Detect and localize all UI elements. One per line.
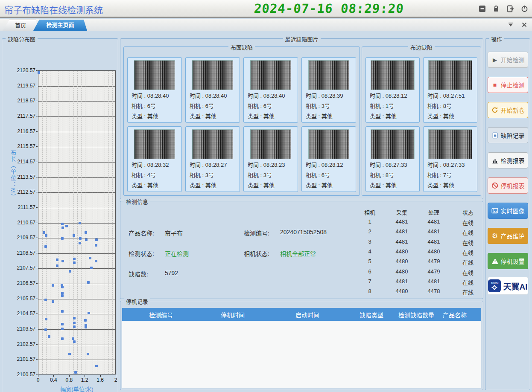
camera-table-cell: 3	[368, 238, 371, 245]
defect-image	[250, 129, 291, 159]
scatter-point	[61, 223, 64, 225]
defect-card[interactable]: 时间 : 08:28:40相机 : 6号类型 : 其他	[185, 57, 240, 123]
y-tick-label: 2100.57	[2, 372, 35, 377]
scatter-point	[61, 226, 64, 229]
y-tick-label: 2104.57	[2, 311, 35, 317]
teleai-logo[interactable]: TeleAI 天翼AI	[488, 277, 528, 295]
scatter-point	[72, 337, 74, 340]
op-button-warning[interactable]: 停机设置	[488, 253, 528, 269]
x-tick-label: 0.8	[62, 377, 76, 383]
op-button-stop[interactable]: ■停止检测	[488, 77, 528, 93]
camera-table-cell: 2	[368, 228, 371, 235]
y-tick-label: 2103.57	[2, 326, 35, 332]
scatter-point	[85, 231, 87, 234]
grid-line-vertical	[42, 71, 43, 374]
grid-line-vertical	[77, 71, 78, 374]
window-controls	[478, 4, 529, 13]
op-button-label: 停机设置	[501, 257, 525, 265]
scatter-point	[45, 234, 47, 237]
y-tick-mark	[36, 329, 38, 329]
tab-detection-main[interactable]: 检测主页面	[33, 20, 87, 31]
close-tab-icon[interactable]	[521, 21, 528, 28]
y-tick-label: 2105.57	[2, 296, 35, 302]
x-tick-mark	[38, 375, 38, 377]
op-button-document[interactable]: 缺陷记录	[488, 127, 528, 143]
tab-list-icon[interactable]	[507, 21, 514, 28]
defect-card[interactable]: 时间 : 08:27:51相机 : 8号类型 : 其他	[423, 57, 477, 123]
product-name-value: 帘子布	[165, 229, 183, 237]
defect-image	[308, 60, 349, 90]
defect-type: 类型 : 其他	[306, 180, 356, 191]
op-button-no-entry[interactable]: 停机报表	[488, 177, 528, 194]
x-tick-mark	[53, 375, 54, 377]
defect-card[interactable]: 时间 : 08:28:40相机 : 6号类型 : 其他	[243, 57, 298, 123]
defect-time: 时间 : 08:28:23	[248, 160, 298, 170]
scatter-point	[65, 225, 68, 227]
scatter-point	[73, 340, 76, 343]
defect-card[interactable]: 时间 : 08:28:23相机 : 3号类型 : 其他	[243, 126, 298, 192]
surface-defect-cards: 时间 : 08:28:40相机 : 6号类型 : 其他时间 : 08:28:40…	[127, 57, 356, 192]
tab-home[interactable]: 首页	[3, 20, 38, 31]
camera-table-cell: 4481	[396, 228, 408, 235]
downtime-column-header: 缺陷类型	[360, 311, 383, 319]
defect-count-value: 5792	[165, 270, 178, 276]
lock-icon[interactable]	[492, 4, 500, 13]
y-tick-label: 2114.57	[2, 159, 35, 165]
play-icon: ▶	[491, 56, 499, 64]
defect-card[interactable]: 时间 : 08:28:32相机 : 4号类型 : 其他	[127, 126, 182, 192]
surface-defects-title: 布面缺陷	[228, 43, 255, 51]
x-tick-label: 1.6	[93, 377, 108, 383]
logout-icon[interactable]	[506, 4, 514, 13]
y-tick-label: 2115.57	[2, 143, 35, 149]
y-tick-mark	[36, 253, 38, 253]
defect-card[interactable]: 时间 : 08:28:12相机 : 1号类型 : 其他	[365, 57, 420, 123]
op-button-image[interactable]: 实时图像	[488, 203, 528, 219]
op-button-play[interactable]: ▶开始检测	[488, 52, 528, 68]
scatter-point	[52, 284, 54, 287]
camera-status-cell: 在线	[462, 238, 474, 247]
y-tick-label: 2101.57	[2, 356, 35, 362]
y-tick-label: 2118.57	[2, 98, 35, 104]
camera-table-header: 处理	[428, 208, 439, 216]
grid-line-vertical	[81, 71, 82, 374]
defect-card[interactable]: 时间 : 08:28:39相机 : 3号类型 : 其他	[301, 57, 356, 123]
defect-card[interactable]: 时间 : 08:27:33相机 : 8号类型 : 其他	[365, 126, 420, 192]
scatter-point	[90, 267, 93, 269]
downtime-records-title: 停机记录	[124, 297, 150, 305]
defect-image	[134, 129, 175, 159]
defect-card-info: 时间 : 08:27:33相机 : 7号类型 : 其他	[424, 160, 477, 191]
y-tick-label: 2117.57	[2, 113, 35, 119]
defect-card[interactable]: 时间 : 08:28:27相机 : 3号类型 : 其他	[185, 126, 240, 192]
defect-card[interactable]: 时间 : 08:27:33相机 : 7号类型 : 其他	[423, 126, 477, 192]
defect-type: 类型 : 其他	[427, 111, 477, 122]
grid-line-vertical	[66, 71, 66, 374]
scatter-point	[44, 245, 47, 248]
scatter-point	[56, 264, 58, 267]
scatter-point	[74, 371, 77, 374]
edge-defect-cards: 时间 : 08:28:12相机 : 1号类型 : 其他时间 : 08:27:51…	[365, 57, 477, 192]
defect-card-info: 时间 : 08:28:12相机 : 6号类型 : 其他	[302, 160, 356, 191]
defect-card[interactable]: 时间 : 08:28:12相机 : 6号类型 : 其他	[301, 126, 356, 192]
minimize-icon[interactable]	[478, 4, 486, 13]
power-icon[interactable]	[520, 4, 529, 13]
y-tick-label: 2120.57	[2, 67, 35, 73]
op-button-gear[interactable]: ⚙产品维护	[488, 228, 528, 244]
defect-image	[428, 60, 472, 90]
op-button-refresh[interactable]: 开始新卷	[488, 102, 528, 118]
scatter-point	[73, 258, 76, 260]
defect-card[interactable]: 时间 : 08:28:40相机 : 6号类型 : 其他	[127, 57, 182, 123]
downtime-table-body	[122, 321, 481, 388]
op-button-label: 检测报表	[501, 156, 525, 165]
y-tick-label: 2119.57	[2, 83, 35, 89]
x-tick-label: 1.2	[77, 377, 92, 383]
grid-line-vertical	[50, 71, 50, 374]
y-tick-label: 2110.57	[2, 220, 35, 226]
defect-time: 时间 : 08:27:33	[370, 160, 419, 170]
titlebar: 帘子布缺陷在线检测系统 2024-07-16 08:29:20	[0, 0, 532, 18]
camera-table-cell: 4480	[396, 248, 408, 255]
y-tick-mark	[36, 70, 38, 71]
defect-camera: 相机 : 3号	[190, 170, 240, 180]
op-button-bar-chart[interactable]: 检测报表	[488, 152, 528, 168]
y-tick-mark	[36, 146, 38, 147]
scatter-point	[73, 322, 76, 324]
